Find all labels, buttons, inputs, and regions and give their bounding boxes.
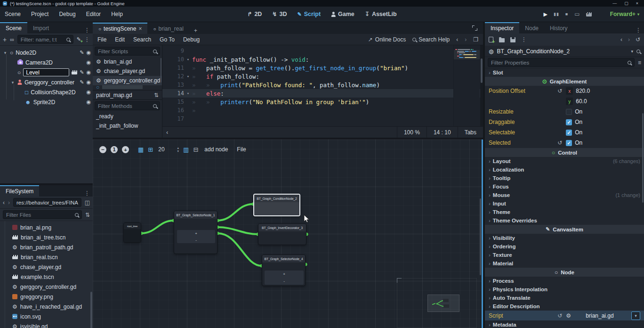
inspector-section-auto-translate[interactable]: ›Auto Translate: [485, 294, 644, 302]
snap-distance-value[interactable]: 20: [158, 146, 164, 153]
file-row[interactable]: brian_ai_tree.tscn: [0, 232, 93, 242]
edited-object-row[interactable]: ◍ BT_Graph_ConditionNode_2 ▾: [485, 46, 644, 57]
save-resource-icon[interactable]: [510, 37, 515, 42]
history-back-icon[interactable]: ‹: [620, 36, 622, 43]
script-menu-search[interactable]: Search: [133, 36, 151, 43]
file-row[interactable]: ⚙gerggory_controller.gd: [0, 282, 93, 292]
filter-properties-input[interactable]: Filter Properties: [488, 58, 635, 67]
inspector-section-editor-description[interactable]: ›Editor Description: [485, 302, 644, 311]
tab-import[interactable]: Import: [27, 23, 55, 33]
script-tab-brian_real[interactable]: ○brian_real: [147, 24, 189, 34]
script-attached-icon[interactable]: ✎: [80, 79, 84, 85]
inspector-section-input[interactable]: ›Input: [485, 199, 644, 208]
method-item[interactable]: _init_path_follow: [93, 121, 162, 131]
object-history-icon[interactable]: ↺: [636, 36, 640, 43]
node-rename-input[interactable]: Level: [23, 68, 69, 76]
code-line[interactable]: 15» » printerr("No PathFollow in group '…: [162, 98, 483, 106]
script-item[interactable]: ⚙chase_player.gd: [93, 66, 162, 76]
graph-node-row[interactable]: +: [265, 271, 304, 278]
script-list-scrollbar[interactable]: [160, 57, 162, 90]
script-attached-icon[interactable]: ✎: [80, 49, 84, 56]
attach-script-button[interactable]: ✎: [77, 36, 81, 42]
split-view-icon[interactable]: ◫: [85, 199, 90, 206]
inspector-section-layout[interactable]: ›Layout(6 changes): [485, 157, 644, 165]
scene-filter-input[interactable]: Filter: name, t:t: [17, 35, 73, 44]
code-editor[interactable]: 910▾func _init_path_follow() -> void:11»…: [162, 45, 483, 126]
file-row[interactable]: brian_real.tscn: [0, 252, 93, 262]
script-menu-go-to[interactable]: Go To: [160, 36, 175, 43]
file-row[interactable]: ⚙isvisible.gd: [0, 321, 93, 328]
open-script-row[interactable]: patrol_map.gd ⇅: [93, 90, 162, 100]
inspector-section-mouse[interactable]: ›Mouse(1 change): [485, 191, 644, 199]
graph-node-row[interactable]: -: [265, 278, 304, 285]
revert-icon[interactable]: ↺: [557, 88, 562, 94]
script-attached-icon[interactable]: ✎: [80, 69, 84, 75]
graph-file-menu[interactable]: File: [237, 146, 246, 153]
checkbox[interactable]: [566, 109, 572, 115]
close-button[interactable]: ×: [636, 1, 638, 6]
tab-scene[interactable]: Scene: [0, 22, 27, 33]
new-resource-icon[interactable]: [489, 37, 493, 42]
code-minimap[interactable]: [453, 45, 480, 126]
snap-spinner[interactable]: ▴▾: [177, 146, 179, 153]
tab-node[interactable]: Node: [519, 23, 544, 33]
history-back-icon[interactable]: ‹: [456, 36, 458, 43]
instance-scene-button[interactable]: ∞: [10, 36, 14, 43]
stop-icon[interactable]: ■: [565, 12, 568, 16]
zoom-out-icon[interactable]: −: [99, 146, 106, 153]
add-node-button[interactable]: +: [3, 36, 7, 43]
inspector-section-localization[interactable]: ›Localization: [485, 165, 644, 174]
menu-editor[interactable]: Editor: [86, 11, 101, 17]
graph-node-root_tree[interactable]: root_tree: [123, 222, 141, 243]
inspector-section-focus[interactable]: ›Focus: [485, 182, 644, 191]
remote-icon[interactable]: ▭: [574, 11, 580, 17]
script-menu-edit[interactable]: Edit: [115, 36, 125, 43]
script-value-wrap[interactable]: ⚙brian_ai.gd▾: [566, 312, 640, 320]
checkbox[interactable]: ✓: [566, 130, 572, 136]
graph-node-BT_Graph_SelectorNode_4[interactable]: BT_Graph_SelectorNode_4+-: [262, 254, 306, 286]
vector-component[interactable]: y60.0: [566, 98, 640, 105]
revert-icon[interactable]: ↺: [557, 312, 562, 319]
renderer-selector[interactable]: Forward+▾: [610, 11, 639, 17]
inspector-section-physics-interpolation[interactable]: ›Physics Interpolation: [485, 285, 644, 294]
code-line[interactable]: 16»: [162, 106, 483, 115]
nav-forward-icon[interactable]: ›: [8, 199, 10, 206]
visibility-eye-icon[interactable]: ◉: [86, 49, 91, 56]
toggle-grid-icon[interactable]: ⊞: [148, 146, 153, 153]
file-row[interactable]: ⚙brian_patroll_path.gd: [0, 242, 93, 252]
inspector-section-ordering[interactable]: ›Ordering: [485, 242, 644, 251]
distraction-free-icon[interactable]: [472, 25, 477, 31]
script-menu-file[interactable]: File: [97, 36, 106, 43]
visibility-eye-icon[interactable]: ◉: [86, 99, 91, 105]
code-line[interactable]: 17: [162, 115, 483, 123]
panel-menu-icon[interactable]: ⋮: [81, 27, 93, 33]
menu-scene[interactable]: Scene: [5, 11, 21, 17]
property-row-script[interactable]: Script↺⚙brian_ai.gd▾: [485, 311, 644, 320]
script-tab-testingScene[interactable]: ○testingScene×: [93, 23, 147, 34]
scene-tree-row-node2d[interactable]: ▾○Node2D✎◉: [0, 48, 93, 57]
fold-caret-icon[interactable]: ▾: [184, 91, 192, 96]
scene-tree-row-camera2d[interactable]: Camera2D◉: [0, 57, 93, 67]
graph-node-row[interactable]: +: [177, 230, 215, 237]
filesystem-path[interactable]: res://behavior_trees/FINA: [13, 198, 81, 207]
snap-grid-icon[interactable]: ▦: [138, 146, 144, 153]
checkbox[interactable]: ✓: [566, 140, 572, 146]
resource-menu-icon[interactable]: ⋮: [521, 36, 527, 43]
graph-node-BT_Graph_SelectorNode_1[interactable]: BT_Graph_SelectorNode_1+-: [174, 211, 217, 254]
axis-value[interactable]: 820.0: [576, 88, 590, 94]
vector-component[interactable]: x820.0: [566, 87, 640, 95]
inspector-section-texture[interactable]: ›Texture: [485, 251, 644, 259]
online-docs-button[interactable]: ↗Online Docs: [368, 36, 406, 43]
minimap-toggle-icon[interactable]: ▥: [183, 146, 189, 153]
workspace-tab-game[interactable]: Game: [331, 11, 354, 17]
history-forward-icon[interactable]: ›: [465, 36, 467, 43]
inspector-section-tooltip[interactable]: ›Tooltip: [485, 174, 644, 182]
file-row[interactable]: ⚙chase_player.gd: [0, 262, 93, 272]
minimize-button[interactable]: —: [612, 1, 617, 6]
panel-menu-icon[interactable]: ⋮: [633, 27, 644, 33]
code-line[interactable]: 12▾» if path_follow:: [162, 72, 483, 81]
visibility-eye-icon[interactable]: ◉: [86, 89, 91, 95]
scene-tree-row-level[interactable]: ○Level✎◉: [0, 67, 93, 77]
open-docs-icon[interactable]: [636, 49, 640, 53]
visibility-eye-icon[interactable]: ◉: [86, 79, 91, 85]
